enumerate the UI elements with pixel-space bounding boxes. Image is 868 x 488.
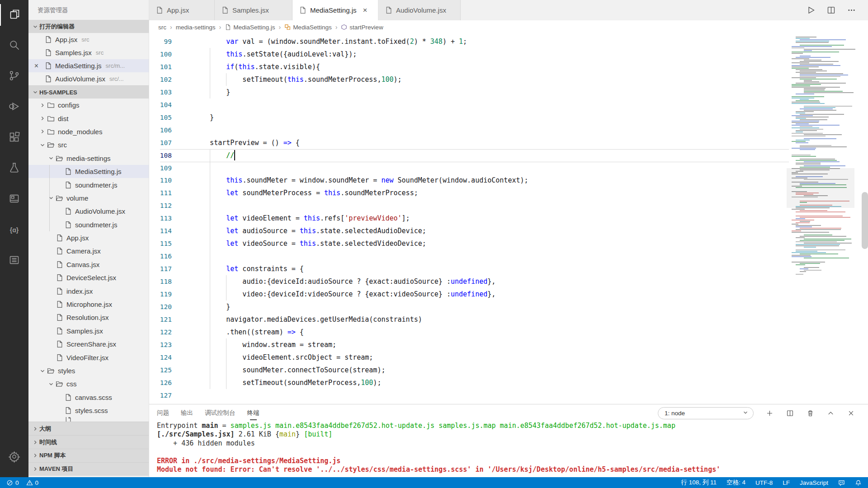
code-line[interactable]: 121 navigator.mediaDevices.getUserMedia(… <box>149 313 868 326</box>
close-panel-icon[interactable] <box>847 409 855 418</box>
code-line[interactable]: 100 this.setState({audioLevel:val}); <box>149 48 868 61</box>
code-line[interactable]: 123 window.stream = stream; <box>149 338 868 351</box>
panel-tab-输出[interactable]: 输出 <box>181 405 193 420</box>
maximize-panel-icon[interactable] <box>826 409 835 418</box>
code-line[interactable]: 107 startPreview = () => { <box>149 136 868 149</box>
feedback-icon[interactable] <box>838 479 845 486</box>
breadcrumb-item[interactable]: MediaSetting.js <box>225 24 275 31</box>
code-line[interactable]: 125 soundMeter.connectToSource(stream); <box>149 364 868 376</box>
indentation-status[interactable]: 空格: 4 <box>726 479 745 487</box>
settings-button[interactable] <box>0 446 28 468</box>
code-line[interactable]: 116 <box>149 250 868 263</box>
close-icon[interactable]: × <box>363 6 368 14</box>
open-editors-header[interactable]: 打开的编辑器 <box>28 20 149 33</box>
code-line[interactable]: 118 audio:{deviceId:audioSource ? {exact… <box>149 275 868 288</box>
tree-folder[interactable]: styles <box>28 364 149 377</box>
breadcrumb-item[interactable]: startPreview <box>341 24 383 31</box>
tree-file[interactable]: VideoFilter.jsx <box>28 351 149 364</box>
language-status[interactable]: JavaScript <box>800 479 828 486</box>
code-line[interactable]: 119 video:{deviceId:videoSource ? {exact… <box>149 288 868 300</box>
tree-folder[interactable]: volume <box>28 192 149 205</box>
breadcrumb-item[interactable]: src <box>158 24 166 31</box>
tree-file[interactable]: ScreenShare.jsx <box>28 338 149 351</box>
code-line[interactable]: 104 <box>149 99 868 111</box>
code-line[interactable]: 117 let constraints = { <box>149 263 868 275</box>
code-line[interactable]: 101 if(this.state.visible){ <box>149 61 868 73</box>
notifications-bell-icon[interactable] <box>855 479 862 486</box>
code-line[interactable]: 109 <box>149 162 868 174</box>
tree-file[interactable]: index.jsx <box>28 284 149 297</box>
code-line[interactable]: 99 var val = (window.soundMeter.instant.… <box>149 35 868 48</box>
problems-status[interactable]: 0 0 <box>6 479 38 486</box>
split-editor-icon[interactable] <box>826 5 836 15</box>
activity-explorer[interactable] <box>0 4 28 26</box>
eol-status[interactable]: LF <box>783 479 790 486</box>
code-line[interactable]: 106 <box>149 124 868 136</box>
activity-run-debug[interactable] <box>0 96 28 118</box>
code-line[interactable]: 108 // <box>149 149 868 162</box>
activity-output-list[interactable] <box>0 250 28 272</box>
activity-source-control[interactable] <box>0 66 28 87</box>
code-line[interactable]: 105 } <box>149 111 868 124</box>
tree-file[interactable]: DeviceSelect.jsx <box>28 271 149 284</box>
panel-tab-问题[interactable]: 问题 <box>157 405 169 420</box>
activity-extensions[interactable] <box>0 127 28 149</box>
activity-testing[interactable] <box>0 158 28 179</box>
tree-folder[interactable]: configs <box>28 99 149 112</box>
tab-MediaSetting.js[interactable]: MediaSetting.js× <box>292 0 378 20</box>
panel-tab-终端[interactable]: 终端 <box>247 405 259 420</box>
breadcrumb-item[interactable]: MediaSettings <box>284 24 332 31</box>
tree-file[interactable]: styles.scss <box>28 404 149 417</box>
tree-folder[interactable]: dist <box>28 112 149 125</box>
code-line[interactable]: 110 this.soundMeter = window.soundMeter … <box>149 174 868 187</box>
activity-localization[interactable]: {ɑ} <box>0 219 28 241</box>
tree-file[interactable]: Resolution.jsx <box>28 311 149 324</box>
code-line[interactable]: 103 } <box>149 86 868 99</box>
tree-folder[interactable]: node_modules <box>28 125 149 138</box>
code-line[interactable]: 127 <box>149 389 868 402</box>
terminal-select[interactable]: 1: node <box>658 407 754 419</box>
code-line[interactable]: 122 .then((stream) => { <box>149 326 868 338</box>
tab-App.jsx[interactable]: App.jsx <box>149 0 215 20</box>
open-editor-item[interactable]: AudioVolume.jsxsrc/... <box>28 72 149 85</box>
open-editor-item[interactable]: Samples.jsxsrc <box>28 46 149 59</box>
run-icon[interactable] <box>806 5 816 15</box>
more-actions-icon[interactable] <box>847 5 856 15</box>
code-line[interactable]: 111 let soundMeterProcess = this.soundMe… <box>149 187 868 199</box>
panel-tab-调试控制台[interactable]: 调试控制台 <box>205 405 236 420</box>
sidebar-section-大纲[interactable]: 大纲 <box>28 422 149 435</box>
code-line[interactable]: 112 <box>149 199 868 212</box>
tree-folder[interactable]: src <box>28 138 149 151</box>
close-icon[interactable]: × <box>28 62 44 70</box>
tree-file[interactable]: canvas.scss <box>28 391 149 404</box>
activity-remote-explorer[interactable] <box>0 188 28 210</box>
tree-file[interactable]: Samples.jsx <box>28 324 149 338</box>
code-line[interactable]: 124 videoElement.srcObject = stream; <box>149 351 868 364</box>
terminal-output[interactable]: Entrypoint main = samples.js main.e8543f… <box>157 421 863 477</box>
sidebar-section-MAVEN 项目[interactable]: MAVEN 项目 <box>28 462 149 476</box>
tree-file[interactable]: Camera.jsx <box>28 244 149 258</box>
code-editor[interactable]: 99 var val = (window.soundMeter.instant.… <box>149 34 868 404</box>
tree-file[interactable]: MediaSetting.js <box>28 165 149 178</box>
kill-terminal-icon[interactable] <box>806 409 815 418</box>
split-terminal-icon[interactable] <box>786 409 794 418</box>
project-section-header[interactable]: H5-SAMPLES <box>28 85 149 99</box>
tab-Samples.jsx[interactable]: Samples.jsx <box>215 0 292 20</box>
tree-folder[interactable]: media-settings <box>28 152 149 165</box>
code-line[interactable]: 102 setTimeout(this.soundMeterProcess,10… <box>149 73 868 86</box>
tree-file[interactable]: Microphone.jsx <box>28 298 149 311</box>
code-line[interactable]: 126 setTimeout(soundMeterProcess,100); <box>149 376 868 389</box>
sidebar-section-NPM 脚本[interactable]: NPM 脚本 <box>28 449 149 462</box>
encoding-status[interactable]: UTF-8 <box>755 479 773 486</box>
tree-file[interactable]: soundmeter.js <box>28 178 149 191</box>
tree-file[interactable]: AudioVolume.jsx <box>28 205 149 218</box>
tree-file[interactable]: Canvas.jsx <box>28 258 149 271</box>
tab-AudioVolume.jsx[interactable]: AudioVolume.jsx <box>378 0 461 20</box>
open-editor-item[interactable]: App.jsxsrc <box>28 33 149 46</box>
code-line[interactable]: 115 let videoSource = this.state.selecte… <box>149 237 868 250</box>
activity-search[interactable] <box>0 35 28 56</box>
tree-file[interactable]: soundmeter.js <box>28 218 149 231</box>
cursor-position-status[interactable]: 行 108, 列 11 <box>681 479 717 487</box>
open-editor-item[interactable]: ×MediaSetting.jssrc/m... <box>28 59 149 72</box>
breadcrumb-item[interactable]: media-settings <box>176 24 216 31</box>
